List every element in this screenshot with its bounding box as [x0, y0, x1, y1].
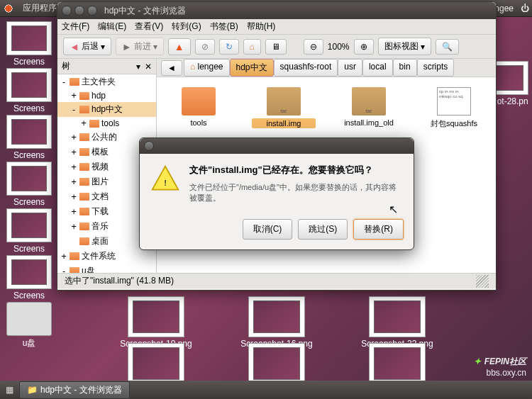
menu-applications[interactable]: 应用程序 — [23, 2, 57, 14]
up-button[interactable]: ▲ — [168, 38, 191, 55]
breadcrumb-item[interactable]: bin — [393, 59, 417, 77]
window-title: hdp中文 - 文件浏览器 — [104, 5, 186, 17]
desktop-item[interactable]: u盘 — [4, 302, 54, 349]
show-desktop-icon[interactable]: ▦ — [3, 385, 16, 395]
desktop-item[interactable]: Screens — [4, 255, 54, 300]
watermark: ✦ FEPIN社区 bbs.oxy.cn — [474, 354, 526, 378]
svg-text:!: ! — [164, 179, 167, 187]
menu-item[interactable]: 帮助(H) — [247, 21, 276, 33]
desktop-item[interactable]: Screens — [4, 162, 54, 207]
window-titlebar[interactable]: hdp中文 - 文件浏览器 — [57, 2, 496, 19]
menu-item[interactable]: 文件(F) — [62, 21, 89, 33]
breadcrumb-item[interactable]: local — [362, 59, 393, 77]
file-item[interactable]: cp in rm in mksqu co sq封包squashfs — [422, 87, 486, 129]
view-mode-select[interactable]: 图标视图 ▾ — [378, 38, 431, 55]
zoom-in-icon: ⊕ — [360, 42, 367, 52]
replace-button[interactable]: 替换(R) — [353, 219, 404, 240]
arrow-right-icon: ► — [122, 41, 132, 52]
minimize-icon[interactable] — [74, 6, 84, 16]
reload-button[interactable]: ↻ — [219, 39, 239, 55]
chevron-down-icon: ▾ — [101, 42, 105, 52]
search-button[interactable]: 🔍 — [436, 39, 459, 55]
menu-item[interactable]: 转到(G) — [172, 21, 201, 33]
back-button[interactable]: ◄后退▾ — [63, 38, 111, 55]
chevron-down-icon: ▾ — [153, 42, 157, 52]
forward-button: ►前进▾ — [116, 38, 164, 55]
breadcrumb-item[interactable]: hdp中文 — [230, 59, 274, 77]
dialog-body: 文件已经位于"/media/u盘"中。如果您要替换的话，其内容将被覆盖。 — [189, 182, 404, 203]
tree-node[interactable]: -u盘 — [57, 264, 156, 273]
resize-handle[interactable] — [476, 275, 489, 288]
desktop-item[interactable]: Screens — [4, 208, 54, 254]
tree-node[interactable]: +tools — [57, 117, 156, 130]
replace-dialog: ! 文件"install.img"已经存在。您要替换它吗？ 文件已经位于"/me… — [139, 137, 414, 250]
folder-icon: 📁 — [27, 385, 38, 395]
status-text: 选中了"install.img" (41.8 MB) — [65, 275, 174, 287]
chevron-down-icon: ▾ — [421, 42, 425, 52]
zoom-in-button[interactable]: ⊕ — [354, 39, 374, 55]
skip-button[interactable]: 跳过(S) — [298, 219, 348, 240]
menu-item[interactable]: 书签(B) — [210, 21, 238, 33]
bottom-panel: ▦ 📁 hdp中文 - 文件浏览器 — [0, 381, 532, 399]
computer-icon: 🖥 — [272, 42, 280, 52]
stop-icon: ⊘ — [201, 42, 209, 52]
maximize-icon[interactable] — [87, 6, 97, 16]
breadcrumb: ◄ ⌂ lengeehdp中文squashfs-rootusrlocalbins… — [157, 59, 496, 77]
toolbar: ◄后退▾ ►前进▾ ▲ ⊘ ↻ ⌂ 🖥 ⊖ 100% ⊕ 图标视图 ▾ 🔍 — [57, 35, 496, 59]
close-icon[interactable] — [62, 6, 72, 16]
status-bar: 选中了"install.img" (41.8 MB) — [57, 273, 496, 288]
desktop-item[interactable]: Screens — [4, 21, 54, 67]
chevron-down-icon[interactable]: ▾ — [136, 62, 140, 72]
cancel-button[interactable]: 取消(C) — [243, 219, 293, 240]
dialog-titlebar[interactable] — [140, 138, 414, 154]
close-icon[interactable]: ✕ — [145, 62, 152, 72]
arrow-up-icon: ▲ — [174, 41, 184, 52]
desktop-item[interactable]: Screenshot-22.png — [355, 296, 440, 349]
tree-node[interactable]: -主文件夹 — [57, 74, 156, 89]
menu-item[interactable]: 查看(V) — [135, 21, 163, 33]
file-item[interactable]: tools — [167, 87, 231, 127]
desktop-item[interactable]: Screens — [4, 115, 54, 160]
file-item[interactable]: install.img — [252, 87, 316, 128]
warning-icon: ! — [150, 164, 181, 195]
tree-node[interactable]: +hdp — [57, 89, 156, 102]
arrow-left-icon: ◄ — [70, 41, 79, 52]
breadcrumb-item[interactable]: usr — [338, 59, 362, 77]
tree-node[interactable]: -hdp中文 — [57, 102, 156, 117]
reload-icon: ↻ — [226, 42, 233, 52]
shutdown-icon[interactable]: ⏻ — [521, 4, 529, 13]
close-icon[interactable] — [144, 141, 154, 151]
search-icon: 🔍 — [442, 42, 453, 52]
zoom-out-button[interactable]: ⊖ — [304, 39, 323, 55]
home-icon: ⌂ — [250, 42, 255, 52]
breadcrumb-item[interactable]: scripts — [417, 59, 455, 77]
breadcrumb-item[interactable]: squashfs-root — [274, 59, 338, 77]
path-back-button[interactable]: ◄ — [161, 60, 182, 76]
tree-header: 树 ▾✕ — [57, 59, 156, 74]
taskbar-item[interactable]: 📁 hdp中文 - 文件浏览器 — [19, 381, 130, 399]
tree-node[interactable]: +文件系统 — [57, 249, 156, 264]
menu-item[interactable]: 编辑(E) — [98, 21, 126, 33]
zoom-out-icon: ⊖ — [310, 42, 317, 52]
home-button[interactable]: ⌂ — [243, 39, 261, 55]
stop-button[interactable]: ⊘ — [195, 39, 215, 55]
breadcrumb-item[interactable]: ⌂ lengee — [184, 59, 230, 77]
desktop-item[interactable]: Screenshot-10.png — [113, 296, 199, 349]
desktop-item[interactable]: Screens — [4, 68, 54, 113]
desktop-item[interactable]: Screenshot-16.png — [234, 296, 319, 349]
menubar: 文件(F)编辑(E)查看(V)转到(G)书签(B)帮助(H) — [57, 19, 496, 35]
computer-button[interactable]: 🖥 — [265, 39, 287, 55]
zoom-level: 100% — [328, 42, 350, 52]
file-item[interactable]: install.img_old — [337, 87, 401, 127]
ubuntu-logo-icon — [3, 3, 14, 14]
dialog-title: 文件"install.img"已经存在。您要替换它吗？ — [189, 164, 404, 176]
